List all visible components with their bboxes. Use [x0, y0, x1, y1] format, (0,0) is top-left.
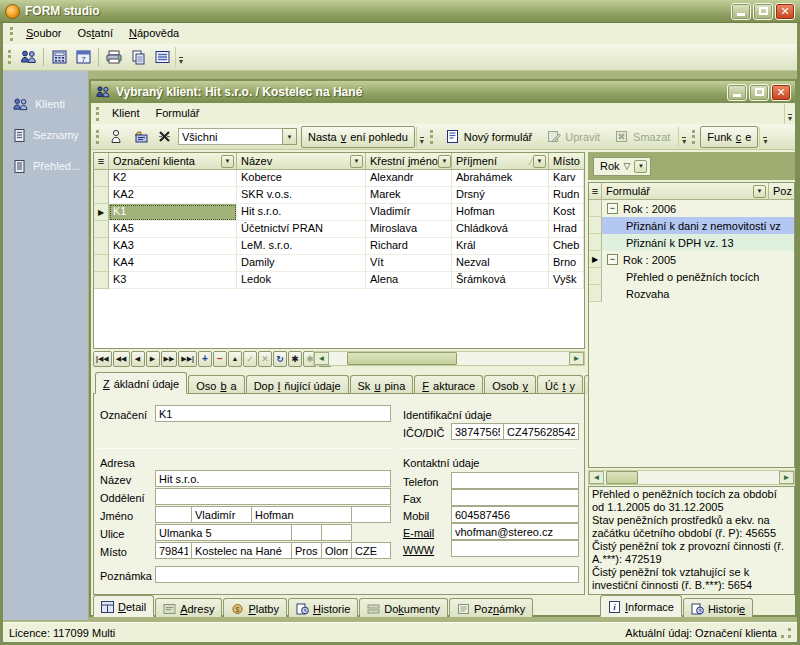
- menubar-overflow-button[interactable]: ▾: [784, 104, 795, 124]
- tab-ucty[interactable]: Účty: [537, 375, 583, 394]
- row-selector[interactable]: [94, 170, 109, 187]
- mobil-field[interactable]: [451, 506, 579, 523]
- cell-name[interactable]: Hit s.r.o.: [237, 204, 366, 221]
- tab-historie[interactable]: Historie: [288, 598, 358, 617]
- cell-code[interactable]: KA3: [109, 238, 237, 255]
- table-row[interactable]: K3LedokAlenaŠrámkováVyšk: [94, 272, 584, 289]
- email-link-label[interactable]: E-mail: [403, 527, 434, 539]
- copy-toolbar-button[interactable]: [126, 46, 150, 68]
- scrollbar-track[interactable]: [329, 352, 569, 365]
- column-filter-button[interactable]: ▼: [221, 155, 234, 168]
- telefon-field[interactable]: [451, 472, 579, 489]
- nav-cancel-button[interactable]: ✕: [258, 351, 272, 367]
- ulice3-field[interactable]: [321, 524, 352, 541]
- psc-field[interactable]: [155, 542, 192, 559]
- combo-dropdown-button[interactable]: ▼: [282, 128, 297, 145]
- table-horizontal-scrollbar[interactable]: ◄ ►: [313, 351, 585, 366]
- row-selector[interactable]: [94, 187, 109, 204]
- minimize-button[interactable]: [731, 3, 751, 20]
- cell-city[interactable]: Brno: [549, 255, 584, 272]
- scroll-right-icon[interactable]: ►: [779, 471, 794, 484]
- form-item-label[interactable]: Rozvaha: [602, 285, 794, 302]
- cell-name[interactable]: Ledok: [237, 272, 366, 289]
- cell-code[interactable]: KA4: [109, 255, 237, 272]
- toolbar-overflow-button[interactable]: ▾: [175, 47, 186, 67]
- nav-insert-button[interactable]: +: [198, 351, 212, 367]
- cell-city[interactable]: Karv: [549, 170, 584, 187]
- forms-item-row-selected[interactable]: Přiznání k dani z nemovitostí vz: [589, 217, 794, 234]
- cell-first-name[interactable]: Alena: [366, 272, 452, 289]
- row-selector-current[interactable]: ▶: [94, 204, 109, 221]
- nav-delete-button[interactable]: −: [213, 351, 227, 367]
- forms-item-row[interactable]: Přiznání k DPH vz. 13: [589, 234, 794, 251]
- cell-last-name[interactable]: Chládková: [452, 221, 549, 238]
- cell-first-name[interactable]: Vladimír: [366, 204, 452, 221]
- table-row[interactable]: KA5Účetnictví PRANMiroslavaChládkováHrad: [94, 221, 584, 238]
- column-header-poznamka[interactable]: Poz: [769, 183, 794, 200]
- functions-button[interactable]: Funkce: [700, 126, 758, 148]
- collapse-icon[interactable]: −: [607, 254, 618, 265]
- scroll-left-icon[interactable]: ◄: [589, 471, 604, 484]
- column-header-formular[interactable]: Formulář▼: [602, 183, 769, 200]
- row-selector[interactable]: [589, 200, 602, 217]
- forms-group-row-current[interactable]: ▶ −Rok : 2005: [589, 251, 794, 268]
- minimize-button[interactable]: [727, 84, 747, 101]
- titul-pred-field[interactable]: [155, 506, 192, 523]
- maximize-button[interactable]: [753, 3, 773, 20]
- new-form-button[interactable]: Nový formulář: [438, 126, 539, 148]
- column-filter-button[interactable]: ▼: [438, 155, 451, 168]
- cell-code[interactable]: KA2: [109, 187, 237, 204]
- tab-detail[interactable]: Detail: [93, 595, 154, 617]
- cell-name[interactable]: Koberce: [237, 170, 366, 187]
- toolbar-grip[interactable]: [430, 130, 435, 144]
- tab-fakturace[interactable]: Fakturace: [414, 375, 483, 394]
- tab-skupina[interactable]: Skupina: [350, 375, 414, 394]
- row-selector-current[interactable]: ▶: [589, 251, 602, 268]
- cell-last-name[interactable]: Hofman: [452, 204, 549, 221]
- maximize-button[interactable]: [749, 84, 769, 101]
- misto-field[interactable]: [191, 542, 292, 559]
- cell-city[interactable]: Cheb: [549, 238, 584, 255]
- ico-field[interactable]: [451, 423, 504, 440]
- titul-za-field[interactable]: [351, 506, 391, 523]
- column-header-misto[interactable]: Místo: [549, 153, 584, 170]
- forms-horizontal-scrollbar[interactable]: ◄ ►: [588, 470, 795, 485]
- tab-historie-form[interactable]: Historie: [683, 598, 753, 617]
- person-toolbar-button[interactable]: [104, 126, 128, 148]
- view-filter-combo[interactable]: Všichni ▼: [178, 128, 297, 145]
- view-settings-button[interactable]: Nastavení pohledu: [301, 126, 415, 148]
- row-selector[interactable]: [589, 285, 602, 302]
- column-filter-button[interactable]: ▼: [533, 155, 546, 168]
- cell-city[interactable]: Hrad: [549, 221, 584, 238]
- nav-next-button[interactable]: ▶: [146, 351, 160, 367]
- sidebar-item-seznamy[interactable]: Seznamy: [3, 126, 88, 144]
- scrollbar-thumb[interactable]: [606, 471, 638, 484]
- tab-platby[interactable]: $ Platby: [223, 598, 287, 617]
- delete-button[interactable]: Smazat: [607, 126, 677, 148]
- menu-soubor[interactable]: Soubor: [18, 25, 69, 42]
- tab-poznamky[interactable]: Poznámky: [449, 598, 533, 617]
- table-row[interactable]: KA4DamilyVítNezvalBrno: [94, 255, 584, 272]
- forms-item-row[interactable]: Rozvaha: [589, 285, 794, 302]
- form-item-label[interactable]: Přehled o peněžních tocích: [602, 268, 794, 285]
- group-field-rok[interactable]: Rok ▽ ▼: [593, 157, 651, 176]
- menubar-grip[interactable]: [10, 27, 15, 41]
- nav-bookmark-button[interactable]: ✱: [288, 351, 302, 367]
- dic-field[interactable]: [503, 423, 579, 440]
- calculator-toolbar-button[interactable]: [47, 46, 71, 68]
- scroll-right-icon[interactable]: ►: [569, 352, 584, 365]
- nav-last-button[interactable]: ▶▶|: [178, 351, 197, 367]
- forms-item-row[interactable]: Přehled o peněžních tocích: [589, 268, 794, 285]
- menu-napoveda[interactable]: Nápověda: [121, 25, 187, 42]
- tab-osoba[interactable]: Osoba: [188, 375, 244, 394]
- cell-first-name[interactable]: Richard: [366, 238, 452, 255]
- column-filter-button[interactable]: ▼: [350, 155, 363, 168]
- cell-name[interactable]: SKR v.o.s.: [237, 187, 366, 204]
- tab-zakladni-udaje[interactable]: Základní údaje: [95, 372, 187, 394]
- close-button[interactable]: ✕: [771, 84, 791, 101]
- column-header-krestni-jmeno[interactable]: Křestní jméno▼: [366, 153, 452, 170]
- row-selector[interactable]: [94, 272, 109, 289]
- toolbar-overflow-button[interactable]: ▾: [759, 127, 770, 147]
- poznamka-field[interactable]: [155, 566, 579, 583]
- client-window-titlebar[interactable]: Vybraný klient: Hit s.r.o. / Kostelec na…: [91, 81, 795, 103]
